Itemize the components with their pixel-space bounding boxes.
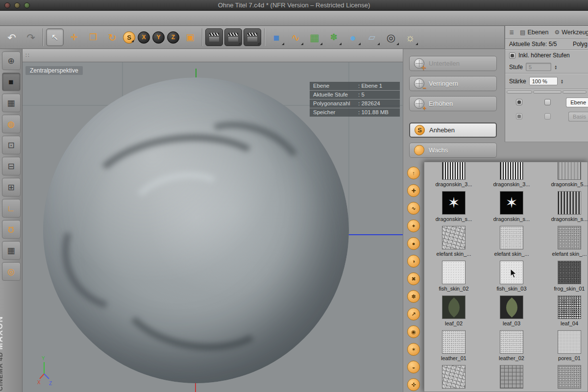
maximize-window-icon[interactable] xyxy=(24,2,30,8)
texture-thumbnail[interactable] xyxy=(442,191,466,215)
zoom-view-icon[interactable] xyxy=(368,51,376,60)
edges-mode-icon[interactable]: ⊟ xyxy=(2,157,21,175)
texture-item-dragonskin-s[interactable]: dragonskin_s... xyxy=(542,191,588,222)
texture-item-frog-skin-01[interactable]: frog_skin_01 xyxy=(542,261,588,292)
panel-menu-icon[interactable]: ≣ xyxy=(509,29,514,36)
sculpt-brush-icon[interactable]: ✶ xyxy=(407,343,420,356)
sculpt-brush-icon[interactable]: ↗ xyxy=(407,308,420,320)
panel-grip-icon[interactable]: ∷ xyxy=(25,52,29,59)
sculpt-button-wachs[interactable]: Wachs xyxy=(409,143,497,158)
rotate-view-icon[interactable] xyxy=(379,51,388,60)
texture-thumbnail[interactable] xyxy=(442,330,466,354)
layer-name[interactable]: Ebene xyxy=(566,98,588,107)
texture-item-dragonskin-s[interactable]: dragonskin_s... xyxy=(426,191,481,222)
texture-item-fish-skin-02[interactable]: fish_skin_02 xyxy=(426,261,481,292)
sculpt-brush-icon[interactable]: ✦ xyxy=(407,220,420,232)
texture-thumbnail[interactable] xyxy=(442,226,466,249)
visibility-checkbox[interactable] xyxy=(516,113,522,120)
texture-item-dragonskin-3[interactable]: dragonskin_3... xyxy=(484,162,539,187)
texture-thumbnail[interactable] xyxy=(558,226,581,249)
y-axis-lock-icon[interactable]: Y xyxy=(152,31,165,44)
sculpt-brush-icon[interactable]: ◉ xyxy=(407,325,420,338)
minimize-window-icon[interactable] xyxy=(14,2,20,8)
subdivision-surface-icon[interactable]: ▦ xyxy=(306,28,323,46)
column-header-verriegeln[interactable] xyxy=(533,91,562,94)
axis-mode-icon[interactable]: ∟ xyxy=(2,199,21,218)
texture-thumbnail[interactable] xyxy=(442,295,466,319)
texture-item-dragonskin-s[interactable]: dragonskin_s... xyxy=(484,191,539,222)
texture-item[interactable] xyxy=(426,365,481,392)
texture-mode-icon[interactable]: ▦ xyxy=(2,94,21,112)
texture-thumbnail[interactable] xyxy=(500,365,523,389)
sculpt-brush-icon[interactable]: ↑ xyxy=(407,167,420,179)
texture-item[interactable] xyxy=(542,365,588,392)
texture-thumbnail[interactable] xyxy=(558,295,581,319)
sculpt-brush-icon[interactable]: ● xyxy=(407,237,420,250)
sculpt-brush-icon[interactable]: ✜ xyxy=(407,378,420,391)
texture-thumbnail[interactable] xyxy=(558,330,581,354)
layer-name[interactable]: Basis xyxy=(568,112,588,122)
make-editable-icon[interactable]: ⊕ xyxy=(2,51,21,70)
scale-tool-icon[interactable]: ❒ xyxy=(84,28,102,46)
sculpt-tool-icon[interactable]: S xyxy=(123,31,135,44)
sculpt-brush-icon[interactable]: ✚ xyxy=(407,184,420,197)
render-view-icon[interactable] xyxy=(205,28,223,46)
texture-thumbnail[interactable] xyxy=(558,162,581,180)
camera-icon[interactable]: ◎ xyxy=(382,28,400,46)
texture-item-dragonskin-3[interactable]: dragonskin_3... xyxy=(426,162,481,187)
texture-item-elefant-skin[interactable]: elefant skin_... xyxy=(484,226,539,257)
column-header-name[interactable] xyxy=(563,91,587,94)
camera-view-label[interactable]: Zentralperspektive xyxy=(25,66,83,75)
pan-view-icon[interactable] xyxy=(356,51,365,60)
live-selection-icon[interactable]: ↖ xyxy=(46,28,64,46)
points-mode-icon[interactable]: ⊡ xyxy=(2,136,21,154)
viewport-solo-icon[interactable]: ◎ xyxy=(2,262,21,281)
redo-icon[interactable]: ↷ xyxy=(22,28,40,46)
texture-item-pores-01[interactable]: pores_01 xyxy=(542,330,588,361)
texture-thumbnail[interactable] xyxy=(500,226,523,249)
staerke-field[interactable]: 100 % xyxy=(529,77,558,85)
staerke-stepper[interactable]: ▲▼ xyxy=(561,79,564,84)
texture-thumbnail[interactable] xyxy=(558,191,581,215)
sculpt-button-erh-hen[interactable]: Erhöhen xyxy=(409,96,497,111)
viewport-canvas[interactable]: Zentralperspektive Ebene : Ebene 1 Aktue… xyxy=(23,62,403,392)
panel-tab-werkzeuge[interactable]: ⚙ Werkzeuge xyxy=(555,29,588,36)
lock-checkbox[interactable] xyxy=(544,113,551,120)
rotate-tool-icon[interactable]: ↻ xyxy=(103,28,121,46)
texture-thumbnail[interactable] xyxy=(500,191,523,215)
workplane-lock-icon[interactable]: ▦ xyxy=(2,241,21,260)
texture-item-leather-02[interactable]: leather_02 xyxy=(484,330,539,361)
sculpt-brush-icon[interactable]: ✖ xyxy=(407,272,420,285)
texture-thumbnail[interactable] xyxy=(558,365,581,389)
sculpt-brush-icon[interactable]: ✽ xyxy=(407,290,420,303)
texture-thumbnail[interactable] xyxy=(442,261,466,284)
texture-item-leaf-04[interactable]: leaf_04 xyxy=(542,295,588,326)
model-mode-icon[interactable]: ■ xyxy=(2,73,21,91)
include-higher-checkbox[interactable] xyxy=(509,52,515,59)
spline-pen-icon[interactable]: ∿ xyxy=(287,28,304,46)
texture-item-leaf-02[interactable]: leaf_02 xyxy=(426,295,481,326)
sculpt-brush-icon[interactable]: ◑ xyxy=(407,255,420,268)
texture-item-leather-01[interactable]: leather_01 xyxy=(426,330,481,361)
texture-thumbnail[interactable] xyxy=(500,330,523,354)
texture-item-elefant-skin[interactable]: elefant skin_... xyxy=(542,226,588,257)
floor-icon[interactable]: ▱ xyxy=(363,28,381,46)
texture-thumbnail[interactable] xyxy=(500,162,523,180)
x-axis-lock-icon[interactable]: X xyxy=(138,31,150,44)
layer-row-basis[interactable]: Basis xyxy=(505,109,588,123)
texture-item-leaf-03[interactable]: leaf_03 xyxy=(484,295,539,326)
render-settings-icon[interactable] xyxy=(244,28,261,46)
light-icon[interactable]: ☼ xyxy=(401,28,419,46)
column-header-sichtbar[interactable] xyxy=(507,91,532,94)
undo-icon[interactable]: ↶ xyxy=(3,28,21,46)
stufe-stepper[interactable]: ▲▼ xyxy=(554,65,557,70)
workplane-mode-icon[interactable]: ◍ xyxy=(2,115,21,133)
lock-checkbox[interactable] xyxy=(544,99,551,105)
sculpt-button-anheben[interactable]: Anheben xyxy=(409,122,497,138)
sculpt-button-verringern[interactable]: Verringern xyxy=(409,76,497,91)
sculpt-button-unterteilen[interactable]: Unterteilen xyxy=(409,56,497,71)
texture-item-elefant-skin[interactable]: elefant skin_... xyxy=(426,226,481,257)
coordinate-system-icon[interactable]: ▣ xyxy=(181,28,199,46)
sculpt-brush-icon[interactable]: ◒ xyxy=(407,361,420,373)
mograph-icon[interactable]: ✽ xyxy=(325,28,343,46)
